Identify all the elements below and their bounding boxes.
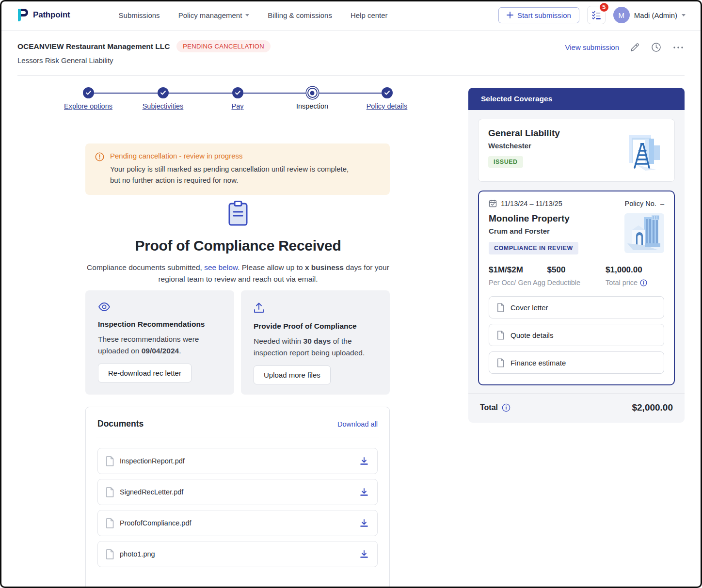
document-row: ProofofCompliance.pdf <box>97 510 378 536</box>
file-icon <box>106 487 114 497</box>
stepper-step-subjectivities: Subjectivities <box>126 87 200 110</box>
download-icon-button[interactable] <box>359 487 369 497</box>
edit-pencil-button[interactable] <box>629 42 640 53</box>
issued-status-badge: ISSUED <box>488 156 523 168</box>
calendar-icon <box>489 199 497 207</box>
file-icon <box>106 518 114 528</box>
page-title: OCEANVIEW Restaurant Management LLC <box>17 42 170 51</box>
document-name: InspectionReport.pdf <box>120 457 185 465</box>
chevron-down-icon <box>682 14 686 16</box>
stepper-step-explore-options: Explore options <box>51 87 126 110</box>
coverage-name: Monoline Property <box>489 213 578 224</box>
checklist-icon <box>591 10 601 20</box>
document-name: SignedRecLetter.pdf <box>120 488 183 496</box>
step-complete-icon <box>158 87 169 98</box>
documents-title: Documents <box>97 419 144 429</box>
notification-badge: 5 <box>599 2 609 13</box>
start-submission-button[interactable]: Start submission <box>498 7 579 23</box>
card-title: Inspection Recommendations <box>98 320 222 329</box>
stat-total-price: $1,000.00 Total price <box>606 265 664 286</box>
progress-stepper: Explore options Subjectivities Pay Inspe… <box>51 87 424 110</box>
upload-icon <box>254 302 377 314</box>
plus-icon <box>507 12 513 18</box>
policy-dates: 11/13/24 – 11/13/25 <box>489 199 562 207</box>
stepper-link-pay[interactable]: Pay <box>232 102 244 110</box>
coverage-carrier: Crum and Forster <box>489 227 578 235</box>
view-submission-link[interactable]: View submission <box>565 43 619 51</box>
finance-estimate-button[interactable]: Finance estimate <box>489 351 664 374</box>
stepper-link-subjectivities[interactable]: Subjectivities <box>143 102 184 110</box>
nav-item-billing-comissions[interactable]: Billing & comissions <box>268 11 332 19</box>
warning-icon <box>95 152 104 186</box>
compliance-status-badge: COMPLIANCE IN REVIEW <box>489 242 578 254</box>
documents-card: Documents Download all InspectionReport.… <box>85 407 390 588</box>
top-navigation: Pathpoint Submissions Policy management … <box>0 0 702 31</box>
ladder-illustration <box>622 128 665 173</box>
download-all-link[interactable]: Download all <box>337 420 378 428</box>
action-cards: Inspection Recommendations These recomme… <box>85 290 390 395</box>
stat-deductible: $500 Deductible <box>547 265 606 286</box>
stat-limits: $1M/$2M Per Occ/ Gen Agg <box>489 265 547 286</box>
documents-divider <box>96 438 379 438</box>
coverage-documents: Cover letter Quote details Finance estim… <box>489 296 664 374</box>
monoline-property-card[interactable]: 11/13/24 – 11/13/25 Policy No. – Monolin… <box>478 191 675 385</box>
stepper-step-policy-details: Policy details <box>350 87 424 110</box>
alert-body: Your policy is still marked as pending c… <box>110 163 352 186</box>
see-below-link[interactable]: see below <box>204 263 238 271</box>
cover-letter-button[interactable]: Cover letter <box>489 296 664 318</box>
download-icon-button[interactable] <box>359 518 369 528</box>
tasks-checklist-button[interactable]: 5 <box>587 6 606 24</box>
document-row: InspectionReport.pdf <box>97 448 378 474</box>
user-menu[interactable]: M Madi (Admin) <box>613 7 686 23</box>
pathpoint-logo[interactable]: Pathpoint <box>16 8 70 22</box>
user-name: Madi (Admin) <box>634 11 677 19</box>
download-icon-button[interactable] <box>359 456 369 466</box>
stepper-step-inspection: Inspection <box>275 87 350 110</box>
clipboard-icon <box>61 201 415 227</box>
provide-proof-card: Provide Proof of Compliance Needed withi… <box>241 290 390 395</box>
nav-item-help-center[interactable]: Help center <box>351 11 388 19</box>
step-complete-icon <box>382 87 393 98</box>
coverage-name: General Liability <box>488 128 560 139</box>
card-text: Needed within 30 days of the inspection … <box>254 335 377 359</box>
inspection-recommendations-card: Inspection Recommendations These recomme… <box>85 290 234 395</box>
info-icon[interactable] <box>640 279 647 286</box>
more-options-button[interactable] <box>672 45 685 50</box>
quote-details-button[interactable]: Quote details <box>489 324 664 346</box>
general-liability-card[interactable]: General Liability Westchester ISSUED <box>478 119 675 182</box>
upload-more-files-button[interactable]: Upload more files <box>254 366 331 384</box>
coverage-carrier: Westchester <box>488 142 560 150</box>
step-complete-icon <box>232 87 243 98</box>
redownload-rec-letter-button[interactable]: Re-download rec letter <box>98 364 191 382</box>
main-content: Explore options Subjectivities Pay Inspe… <box>0 76 702 580</box>
document-name: ProofofCompliance.pdf <box>120 519 191 527</box>
total-row: Total $2,000.00 <box>468 393 685 423</box>
file-icon <box>497 358 504 367</box>
total-value: $2,000.00 <box>632 402 673 413</box>
building-illustration <box>624 213 664 254</box>
chevron-down-icon <box>245 14 249 16</box>
pathpoint-logo-icon <box>16 8 29 22</box>
stepper-link-policy-details[interactable]: Policy details <box>367 102 408 110</box>
file-icon <box>497 303 504 312</box>
card-text: These recommendations were uploaded on 0… <box>98 334 222 357</box>
stepper-step-pay: Pay <box>200 87 275 110</box>
policy-subtitle: Lessors Risk General Liability <box>17 56 271 64</box>
compliance-description: Compliance documents submitted, see belo… <box>61 262 415 285</box>
download-icon-button[interactable] <box>359 549 369 559</box>
compliance-heading: Proof of Compliance Received <box>61 238 415 254</box>
avatar: M <box>613 7 630 23</box>
file-icon <box>106 456 114 466</box>
card-title: Provide Proof of Compliance <box>254 322 377 331</box>
total-label: Total <box>480 403 498 412</box>
policy-number: Policy No. – <box>625 200 664 207</box>
selected-coverages-panel: Selected Coverages General Liability Wes… <box>468 88 685 423</box>
stepper-link-explore-options[interactable]: Explore options <box>64 102 112 110</box>
history-clock-button[interactable] <box>650 41 662 53</box>
info-icon[interactable] <box>502 403 511 412</box>
coverage-stats: $1M/$2M Per Occ/ Gen Agg $500 Deductible… <box>489 265 664 286</box>
nav-item-policy-management[interactable]: Policy management <box>178 11 250 19</box>
document-name: photo1.png <box>120 550 155 558</box>
nav-item-submissions[interactable]: Submissions <box>119 11 160 19</box>
file-icon <box>497 331 504 340</box>
